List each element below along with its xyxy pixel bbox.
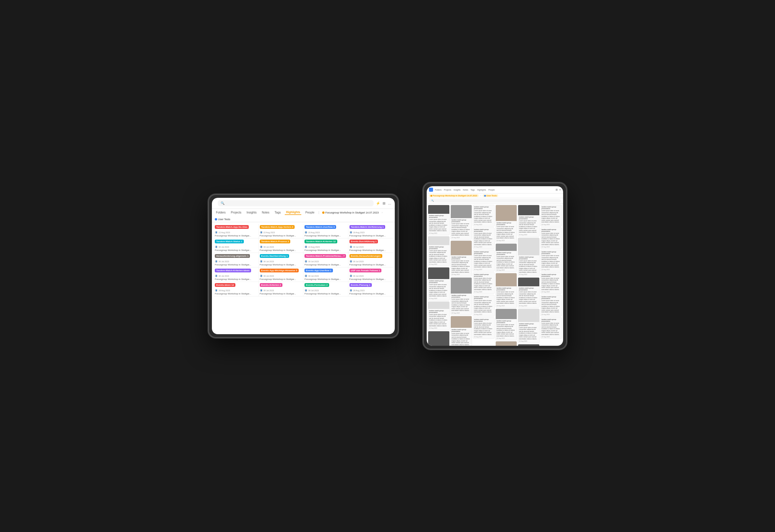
list-item[interactable]: tandem-match-group-presentation Lorem ip… [473, 272, 495, 294]
grid-cell[interactable]: USP von Female Fellows 1 👤 30 Jul 2023 F… [348, 267, 393, 282]
list-item[interactable]: tandem-match-group-presentation Lorem ip… [451, 277, 472, 315]
tab-insights[interactable]: Insights [245, 210, 257, 215]
tab-tags[interactable]: Tags [273, 210, 282, 215]
cell-meta: 👤 30 Jul 2023 [260, 274, 302, 277]
list-item[interactable]: tandem-match-group-presentation Lorem ip… [428, 267, 450, 301]
list-item[interactable]: tandem-match-group-presentation Lorem ip… [473, 250, 495, 272]
search-sub-input[interactable]: 🔍 [429, 199, 561, 202]
list-item[interactable]: tandem-match-group-presentation Lorem ip… [473, 295, 495, 316]
tab-folders[interactable]: Folders [215, 210, 227, 215]
grid-cell[interactable]: Events-Planung 1 👤 28 Aug 2023 Focusgrou… [348, 282, 393, 296]
rnav-highlights[interactable]: Highlights [477, 189, 486, 191]
card-date: 22 Aug 2023 [452, 312, 471, 314]
cell-title: Focusgroup Workshop in Stuttgar... [215, 278, 257, 281]
card-body: tandem-match-group-presentation Lorem ip… [496, 319, 517, 340]
rnav-people[interactable]: People [489, 189, 495, 191]
list-item[interactable]: tandem-match-group-presentation Lorem ip… [451, 240, 472, 277]
cell-meta: 👤 30 Jul 2023 [304, 260, 347, 263]
list-item[interactable]: tandem-match-group-presentation Lorem ip… [428, 301, 450, 330]
cell-meta: 👤 30 Jul 2023 [349, 274, 392, 277]
breadcrumb-workshop[interactable]: Focusgroup Workshop in Stuttgart 14.07.2… [322, 211, 379, 214]
grid-cell[interactable]: Events-Kriterien 2 👤 30 Jul 2023 Focusgr… [259, 282, 303, 296]
cell-date: 30 Jul 2023 [263, 260, 274, 263]
card-body: tandem-match-group-presentation Lorem ip… [473, 205, 494, 226]
list-item[interactable]: tandem-match-group-presentation Lorem ip… [496, 341, 517, 346]
list-item[interactable]: tandem-match-group-presentation Lorem ip… [451, 205, 472, 240]
list-item[interactable]: tandem-match-group-presentation Lorem ip… [518, 309, 540, 343]
rnav-projects[interactable]: Projects [444, 189, 451, 191]
list-item[interactable]: tandem-match-group-presentation Lorem ip… [473, 317, 495, 339]
card-tag: tandem-match-group-presentation [542, 251, 561, 254]
list-item[interactable]: tandem-match-group-presentation Lorem ip… [518, 344, 540, 346]
card-text: Lorem ipsum dolor sit amet consectetur a… [474, 210, 494, 223]
card-body: tandem-match-group-presentation Lorem ip… [451, 294, 472, 315]
grid-cell[interactable]: Tandem-Match-Verifizierung 1 👤 18 Aug 20… [348, 224, 393, 238]
grid-cell[interactable]: Tandem-Match-Userflow 3 👤 20 Aug 2023 Fo… [303, 224, 348, 238]
tab-notes[interactable]: Notes [261, 210, 270, 215]
card-image [428, 205, 449, 214]
rtab-usertests[interactable]: User Tests [483, 194, 498, 197]
filter-icon[interactable]: ⚡ [376, 201, 380, 205]
list-item[interactable]: tandem-match-group-presentation Lorem ip… [473, 227, 495, 249]
list-item[interactable]: tandem-match-group-presentation Lorem ip… [451, 316, 472, 346]
grid-cell[interactable]: Herausforderung-allgemein 1 👤 30 Jul 202… [214, 253, 259, 267]
list-icon[interactable]: ≡ [559, 188, 561, 191]
list-item[interactable]: tandem-match-group-presentation Lorem ip… [518, 205, 540, 237]
breadcrumb-usertests[interactable]: User Tests [215, 218, 230, 221]
card-tag: tandem-match-group-presentation [542, 296, 561, 299]
card-text: Lorem ipsum dolor sit amet consectetur a… [452, 298, 471, 312]
list-item[interactable]: tandem-match-group-presentation Lorem ip… [496, 243, 517, 272]
rtab-workshop[interactable]: Focusgroup Workshop in Stuttgart 14.07.2… [429, 194, 479, 197]
list-item[interactable]: tandem-match-group-presentation Lorem ip… [541, 317, 562, 339]
list-item[interactable]: tandem-match-group-presentation Lorem ip… [541, 250, 562, 272]
grid-cell[interactable]: Tandem-Match-App-No-Glas 👤 22 Aug 2023 F… [214, 224, 259, 238]
rnav-folders[interactable]: Folders [435, 189, 442, 191]
list-item[interactable]: tandem-match-group-presentation Lorem ip… [496, 273, 517, 308]
card-text: Lorem ipsum dolor sit amet consectetur a… [497, 324, 516, 337]
grid-cell[interactable]: Events-App-Userflow 1 👤 30 Jul 2023 Focu… [303, 267, 348, 282]
grid-cell[interactable]: Tandem-Match-App-Vorlern 4 👤 22 Aug 2023… [259, 224, 303, 238]
grid-icon[interactable]: ⊞ [556, 188, 558, 191]
grid-cell[interactable]: Events-App-Wichtige-Hinweise 5 👤 30 Jul … [259, 267, 303, 282]
card-image [518, 344, 539, 346]
list-item[interactable]: tandem-match-group-presentation Lorem ip… [428, 205, 450, 235]
card-date: 22 Aug 2023 [497, 337, 516, 339]
grid-cell[interactable]: Tandem-Match-Prozess 2 👤 30 Jul 2023 Foc… [259, 238, 303, 253]
grid-cell[interactable]: Tandem-Match-Kriterien 12 👤 22 Aug 2023 … [303, 238, 348, 253]
layout-icon[interactable]: ⊞ [382, 201, 385, 205]
tab-highlights[interactable]: Highlights [285, 210, 301, 215]
grid-cell[interactable]: Events-Nachbereitung 1 👤 30 Jul 2023 Foc… [259, 253, 303, 267]
grid-cell[interactable]: Events-Ideen 12 👤 28 Aug 2023 Focusgroup… [214, 282, 259, 296]
more-icon[interactable]: … [388, 201, 391, 205]
list-item[interactable]: tandem-match-group-presentation Lorem ip… [518, 238, 540, 277]
card-body: tandem-match-group-presentation Lorem ip… [451, 328, 472, 346]
list-item[interactable]: tandem-match-group-presentation Lorem ip… [496, 205, 517, 243]
avatar: 👤 [215, 274, 218, 277]
search-bar: 🔍 ⚡ ⊞ … [212, 198, 395, 209]
grid-cell[interactable]: Tandem-Match-Status 1 👤 30 Jul 2023 Focu… [214, 238, 259, 253]
rnav-tags[interactable]: Tags [471, 189, 475, 191]
list-item[interactable]: tandem-match-group-presentation Lorem ip… [541, 295, 562, 316]
avatar: 👤 [349, 260, 352, 263]
grid-cell[interactable]: Tandem-Match-Probleme/Herau... 7 👤 30 Ju… [303, 253, 348, 267]
list-item[interactable]: tandem-match-group-presentation Lorem ip… [496, 309, 517, 341]
tab-people[interactable]: People [304, 210, 315, 215]
grid-cell[interactable]: Events-Formulare 2 👤 30 Jul 2023 Focusgr… [303, 282, 348, 296]
list-item[interactable]: tandem-match-group-presentation Lorem ip… [428, 236, 450, 267]
grid-cell[interactable]: Tandem-Match-Kriterien-Ideen 👤 30 Jul 20… [214, 267, 259, 282]
list-item[interactable]: tandem-match-group-presentation Lorem ip… [428, 331, 450, 346]
list-item[interactable]: tandem-match-group-presentation Lorem ip… [541, 205, 562, 227]
rnav-notes[interactable]: Notes [463, 189, 468, 191]
tab-projects[interactable]: Projects [229, 210, 242, 215]
search-input-area[interactable]: 🔍 [218, 200, 373, 206]
list-item[interactable]: tandem-match-group-presentation Lorem ip… [541, 272, 562, 294]
grid-cell[interactable]: Events-Herausforderungen 👤 30 Jul 2023 F… [348, 253, 393, 267]
cell-title: Focusgroup Workshop in Stuttgar... [260, 278, 302, 281]
avatar: 👤 [260, 274, 263, 277]
rnav-insights[interactable]: Insights [454, 189, 461, 191]
list-item[interactable]: tandem-match-group-presentation Lorem ip… [541, 227, 562, 249]
cell-date: 30 Jul 2023 [353, 275, 364, 277]
list-item[interactable]: tandem-match-group-presentation Lorem ip… [518, 277, 540, 308]
list-item[interactable]: tandem-match-group-presentation Lorem ip… [473, 205, 495, 227]
grid-cell[interactable]: Events-Durchführung 1 👤 30 Jul 2023 Focu… [348, 238, 393, 253]
